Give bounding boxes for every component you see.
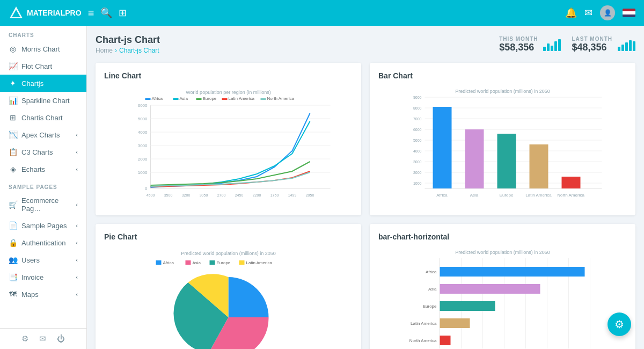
layout: CHARTS ◎ Morris Chart 📈 Flot Chart ✦ Cha… <box>0 26 644 349</box>
grid-icon[interactable]: ⊞ <box>119 7 127 19</box>
power-icon[interactable]: ⏻ <box>57 334 65 344</box>
bar-chart-svg: Predicted world population (millions) in… <box>378 86 627 205</box>
users-icon: 👥 <box>9 256 17 264</box>
last-month-label: LAST MONTH <box>572 36 612 42</box>
svg-rect-60 <box>497 134 516 188</box>
ecommerce-arrow: ‹ <box>76 201 78 208</box>
sidebar-item-users[interactable]: 👥 Users ‹ <box>0 251 86 268</box>
apex-arrow: ‹ <box>76 132 78 138</box>
sidebar-item-apex[interactable]: 📉 Apex Charts ‹ <box>0 126 86 143</box>
svg-text:0: 0 <box>145 186 148 191</box>
c3-icon: 📋 <box>9 148 17 156</box>
last-month-value: $48,356 <box>572 42 612 53</box>
svg-text:1750: 1750 <box>270 193 279 197</box>
mail-icon[interactable]: ✉ <box>584 7 592 19</box>
breadcrumb: Home › Chart-js Chart <box>96 47 160 54</box>
this-month-info: THIS MONTH $58,356 <box>499 36 538 53</box>
pie-chart-container: Predicted world population (millions) in… <box>104 248 353 349</box>
morris-icon: ◎ <box>9 45 17 53</box>
apex-icon: 📉 <box>9 130 17 139</box>
horizontal-bar-chart-container: Predicted world population (millions) in… <box>378 248 627 349</box>
sidebar: CHARTS ◎ Morris Chart 📈 Flot Chart ✦ Cha… <box>0 26 87 349</box>
sidebar-item-echarts[interactable]: ◈ Echarts ‹ <box>0 161 86 178</box>
svg-text:World population per region (i: World population per region (in millions… <box>186 90 270 95</box>
svg-text:7000: 7000 <box>413 117 422 121</box>
svg-text:2050: 2050 <box>306 193 314 197</box>
c3-arrow: ‹ <box>76 149 78 155</box>
svg-text:Predicted world population (mi: Predicted world population (millions) in… <box>455 89 550 94</box>
echarts-icon: ◈ <box>9 165 17 173</box>
svg-text:North America: North America <box>557 193 584 198</box>
svg-text:3050: 3050 <box>200 193 208 197</box>
sidebar-item-invoice[interactable]: 📑 Invoice ‹ <box>0 268 86 286</box>
svg-text:Asia: Asia <box>193 260 201 265</box>
auth-arrow: ‹ <box>76 239 78 246</box>
app-logo: MATERIALPRO <box>9 5 82 20</box>
svg-text:1000: 1000 <box>138 170 148 175</box>
breadcrumb-current: Chart-js Chart <box>119 47 159 54</box>
line-chart-title: Line Chart <box>104 71 353 80</box>
sample-icon: 📄 <box>9 221 17 230</box>
pie-chart-svg: Predicted world population (millions) in… <box>104 248 353 349</box>
sidebar-item-ecommerce[interactable]: 🛒 Ecommerce Pag… ‹ <box>0 192 86 217</box>
line-chart-svg: World population per region (in millions… <box>104 86 353 205</box>
flag-icon <box>623 9 635 17</box>
breadcrumb-home[interactable]: Home <box>96 47 113 54</box>
sidebar-item-c3[interactable]: 📋 C3 Charts ‹ <box>0 143 86 161</box>
chartjs-icon: ✦ <box>9 79 17 88</box>
horizontal-bar-chart-title: bar-chart-horizontal <box>378 232 627 241</box>
notification-icon[interactable]: 🔔 <box>565 7 577 19</box>
avatar[interactable]: 👤 <box>600 5 615 20</box>
svg-rect-101 <box>440 318 470 328</box>
logo-icon <box>9 5 24 20</box>
svg-text:3000: 3000 <box>413 160 422 164</box>
svg-text:2000: 2000 <box>138 157 148 162</box>
svg-text:4500: 4500 <box>147 193 155 197</box>
sidebar-item-chartjs[interactable]: ✦ Chartjs <box>0 75 86 92</box>
svg-rect-99 <box>440 284 540 294</box>
sidebar-label-chartjs: Chartjs <box>21 79 43 88</box>
svg-text:2450: 2450 <box>235 193 244 197</box>
pie-chart-card: Pie Chart Predicted world population (mi… <box>96 224 361 349</box>
sample-arrow: ‹ <box>76 222 78 229</box>
sidebar-item-maps[interactable]: 🗺 Maps ‹ <box>0 286 86 303</box>
sidebar-label-morris: Morris Chart <box>21 45 60 53</box>
svg-text:Asia: Asia <box>428 287 437 292</box>
bar-chart-title: Bar Chart <box>378 71 627 80</box>
horizontal-bar-chart-card: bar-chart-horizontal Predicted world pop… <box>370 224 635 349</box>
auth-icon: 🔒 <box>9 238 17 247</box>
svg-text:3000: 3000 <box>138 143 148 148</box>
svg-text:2700: 2700 <box>217 193 226 197</box>
sidebar-item-flot[interactable]: 📈 Flot Chart <box>0 57 86 75</box>
sidebar-item-morris[interactable]: ◎ Morris Chart <box>0 40 86 57</box>
search-icon[interactable]: 🔍 <box>100 7 112 19</box>
topnav-left: MATERIALPRO ≡ 🔍 ⊞ <box>9 5 127 20</box>
svg-rect-98 <box>440 267 585 277</box>
sidebar-item-sample[interactable]: 📄 Sample Pages ‹ <box>0 217 86 234</box>
sidebar-label-sparkline: Sparkline Chart <box>21 97 70 105</box>
menu-icon[interactable]: ≡ <box>88 7 94 19</box>
sidebar-item-sparkline[interactable]: 📊 Sparkline Chart <box>0 92 86 109</box>
line-chart-card: Line Chart World population per region (… <box>96 63 361 215</box>
pie-chart-title: Pie Chart <box>104 232 353 241</box>
page-title: Chart-js Chart <box>96 34 160 46</box>
message-icon[interactable]: ✉ <box>39 334 46 344</box>
svg-text:Latin America: Latin America <box>229 96 255 101</box>
settings-icon[interactable]: ⚙ <box>21 334 28 344</box>
line-chart-container: World population per region (in millions… <box>104 86 353 207</box>
svg-text:1000: 1000 <box>413 181 422 185</box>
sidebar-label-ecommerce: Ecommerce Pag… <box>21 197 71 213</box>
stats-area: THIS MONTH $58,356 LAST MONTH $48,356 <box>499 36 635 53</box>
svg-text:1499: 1499 <box>288 193 297 197</box>
svg-text:8000: 8000 <box>413 106 422 110</box>
sidebar-item-chartis[interactable]: ⊞ Chartis Chart <box>0 109 86 126</box>
svg-text:Asia: Asia <box>180 96 188 101</box>
svg-rect-11 <box>261 98 266 100</box>
fab-button[interactable]: ⚙ <box>608 312 631 336</box>
bar-chart-container: Predicted world population (millions) in… <box>378 86 627 207</box>
sample-section-label: SAMPLE PAGES <box>0 178 86 192</box>
main-content: Chart-js Chart Home › Chart-js Chart THI… <box>87 26 644 349</box>
sparkline-icon: 📊 <box>9 96 17 105</box>
sidebar-item-auth[interactable]: 🔒 Authentication ‹ <box>0 234 86 251</box>
last-month-stat: LAST MONTH $48,356 <box>572 36 635 53</box>
